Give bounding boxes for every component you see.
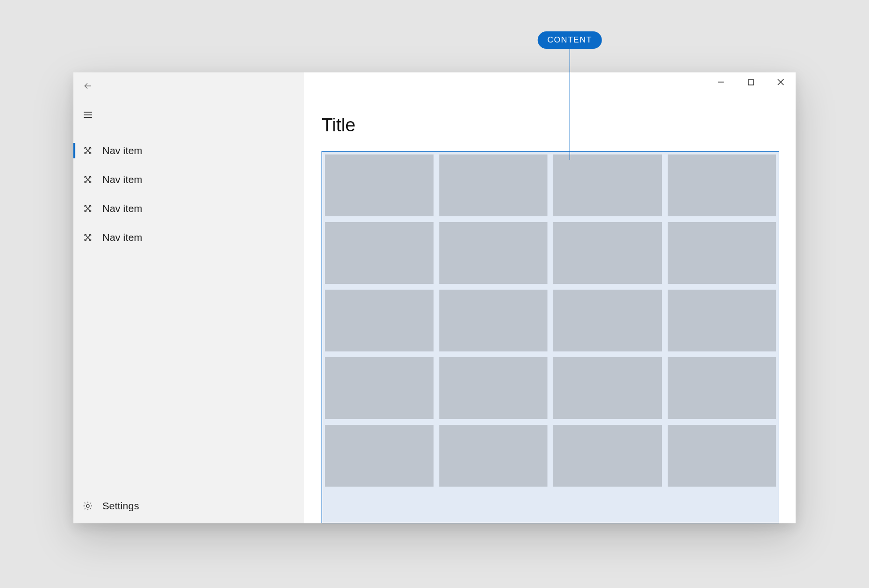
content-tile[interactable] [439, 425, 548, 487]
content-tile[interactable] [325, 425, 434, 487]
nav-list: Nav item Nav item [73, 136, 304, 252]
content-tile[interactable] [439, 222, 548, 284]
svg-point-10 [89, 181, 91, 182]
content-tile[interactable] [668, 222, 776, 284]
nav-item-1[interactable]: Nav item [73, 165, 304, 194]
annotation: CONTENT [538, 31, 602, 160]
svg-rect-21 [748, 80, 754, 85]
nav-item-label: Nav item [102, 203, 142, 214]
nav-item-icon [82, 203, 94, 214]
content-tile[interactable] [325, 154, 434, 216]
sidebar-footer: Settings [73, 491, 304, 523]
svg-point-3 [84, 147, 86, 149]
window-controls [706, 72, 796, 94]
content-tile[interactable] [439, 357, 548, 419]
content-area [322, 151, 779, 523]
content-tile[interactable] [325, 290, 434, 351]
svg-point-6 [89, 152, 91, 154]
svg-point-15 [84, 234, 86, 236]
svg-point-5 [84, 152, 86, 154]
nav-item-icon [82, 145, 94, 156]
maximize-icon [748, 79, 754, 87]
content-tile[interactable] [553, 425, 662, 487]
annotation-pill: CONTENT [538, 31, 602, 49]
content-tile[interactable] [553, 154, 662, 216]
svg-point-17 [84, 239, 86, 240]
content-tile[interactable] [668, 154, 776, 216]
svg-point-8 [89, 176, 91, 178]
gear-icon [82, 500, 94, 512]
content-tile[interactable] [553, 290, 662, 351]
svg-point-4 [89, 147, 91, 149]
nav-item-icon [82, 232, 94, 243]
sidebar: Nav item Nav item [73, 72, 304, 523]
maximize-button[interactable] [736, 72, 766, 94]
minimize-icon [717, 79, 724, 87]
content-tile[interactable] [668, 290, 776, 351]
nav-item-label: Nav item [102, 232, 142, 243]
minimize-button[interactable] [706, 72, 736, 94]
svg-point-16 [89, 234, 91, 236]
content-tile[interactable] [668, 357, 776, 419]
nav-item-0[interactable]: Nav item [73, 136, 304, 165]
back-arrow-icon [83, 81, 93, 93]
app-window: Nav item Nav item [73, 72, 796, 523]
nav-item-2[interactable]: Nav item [73, 194, 304, 223]
close-icon [777, 79, 784, 87]
content-tile[interactable] [439, 154, 548, 216]
svg-point-11 [84, 205, 86, 207]
nav-item-label: Nav item [102, 145, 142, 156]
content-tile[interactable] [325, 222, 434, 284]
svg-point-12 [89, 205, 91, 207]
back-button[interactable] [73, 72, 102, 101]
content-tile[interactable] [553, 222, 662, 284]
content-tile[interactable] [553, 357, 662, 419]
hamburger-icon [83, 110, 93, 122]
nav-item-label: Nav item [102, 174, 142, 185]
svg-point-13 [84, 210, 86, 211]
sidebar-top [73, 72, 304, 101]
nav-item-icon [82, 174, 94, 185]
settings-item[interactable]: Settings [73, 491, 304, 520]
content-tile[interactable] [439, 290, 548, 351]
svg-point-18 [89, 239, 91, 240]
content-grid [325, 154, 776, 520]
svg-point-7 [84, 176, 86, 178]
svg-point-19 [86, 504, 89, 507]
content-tile[interactable] [325, 357, 434, 419]
annotation-line [569, 49, 570, 160]
hamburger-button[interactable] [73, 101, 102, 130]
svg-point-9 [84, 181, 86, 182]
svg-point-14 [89, 210, 91, 211]
close-button[interactable] [766, 72, 796, 94]
content-tile[interactable] [668, 425, 776, 487]
settings-label: Settings [102, 500, 139, 512]
nav-item-3[interactable]: Nav item [73, 223, 304, 252]
